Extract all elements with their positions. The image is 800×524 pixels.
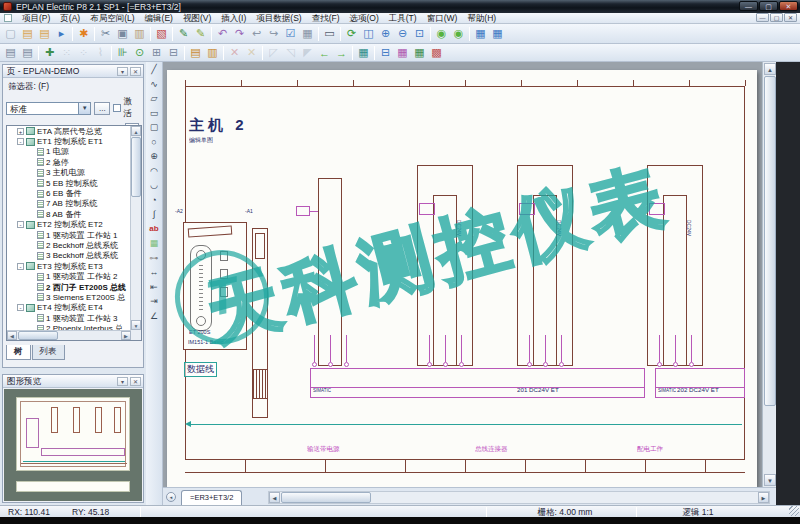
canvas-horizontal-scrollbar[interactable]: ◀ ▶ [268, 491, 770, 504]
tree-page-item[interactable]: 3 Siemens ET200S 总 [7, 292, 130, 302]
expander-icon[interactable]: - [17, 304, 24, 311]
resize-grip[interactable] [789, 506, 799, 516]
dimension-continued-icon[interactable]: ⇤ [146, 280, 162, 295]
filter-browse-button[interactable]: ... [94, 102, 110, 115]
paste-icon[interactable]: ▥ [131, 26, 148, 42]
menu-item-7[interactable]: 项目数据(S) [251, 13, 306, 24]
menu-item-8[interactable]: 查找(F) [307, 13, 345, 24]
bus-rail-202[interactable] [655, 368, 745, 398]
menu-item-5[interactable]: 视图(V) [178, 13, 216, 24]
tree-branch[interactable]: +ETA 高层代号总览 [7, 126, 130, 136]
jump-back-icon[interactable]: ↶ [214, 26, 231, 42]
zoom-window-icon[interactable]: ◫ [360, 26, 377, 42]
edit-icon[interactable]: ✎ [175, 26, 192, 42]
circle-center-icon[interactable]: ⊕ [146, 149, 162, 164]
spline-icon[interactable]: ∫ [146, 207, 162, 222]
close-button[interactable]: ✕ [779, 1, 798, 11]
arc-3point-icon[interactable]: ◡ [146, 178, 162, 193]
menu-item-4[interactable]: 编辑(E) [140, 13, 178, 24]
line-icon[interactable]: ╱ [146, 62, 162, 77]
select-objects-icon[interactable]: ▤ [2, 45, 19, 61]
import-icon[interactable]: ▸ [53, 26, 70, 42]
plug-icon[interactable]: ⊙ [131, 45, 148, 61]
filter-active-checkbox[interactable]: 激活 [113, 96, 140, 120]
page-previous-icon[interactable]: ◉ [433, 26, 450, 42]
expander-icon[interactable]: - [17, 263, 24, 270]
check-icon[interactable]: ☑ [282, 26, 299, 42]
structure-box-icon[interactable]: ⊞ [148, 45, 165, 61]
polygon-icon[interactable]: ▱ [146, 91, 162, 106]
insert-grid-icon[interactable]: ▦ [489, 26, 506, 42]
tree-branch[interactable]: -ET2 控制系统 ET2 [7, 220, 130, 230]
page-next-icon[interactable]: ◉ [450, 26, 467, 42]
tree-branch[interactable]: -ET1 控制系统 ET1 [7, 136, 130, 146]
tree-page-item[interactable]: 3 主机电源 [7, 168, 130, 178]
cable-icon[interactable]: ⁘ [75, 45, 92, 61]
undo-icon[interactable]: ↩ [248, 26, 265, 42]
cut-icon[interactable]: ✂ [97, 26, 114, 42]
plc-list-icon[interactable]: ▦ [411, 45, 428, 61]
panel-pin-icon[interactable]: ▾ [117, 67, 128, 76]
arc-icon[interactable]: ◠ [146, 164, 162, 179]
corner-left-icon[interactable]: ◸ [265, 45, 282, 61]
checkbox-icon[interactable] [113, 104, 121, 112]
insert-symbol-icon[interactable]: ✚ [41, 45, 58, 61]
arrow-left-icon[interactable]: ← [316, 45, 333, 61]
potential-icon[interactable]: ✕ [243, 45, 260, 61]
menu-item-3[interactable]: 布局空间(L) [85, 13, 139, 24]
tab-scroll-button[interactable]: ◂ [166, 492, 176, 502]
page-tab[interactable]: =ER3+ET3/2 [181, 490, 242, 505]
tree-page-item[interactable]: 7 AB 控制系统 [7, 199, 130, 209]
circle-icon[interactable]: ○ [146, 135, 162, 150]
preview-close-icon[interactable]: ✕ [130, 377, 141, 386]
navigator-icon[interactable]: ▦ [355, 45, 372, 61]
delete-icon[interactable]: ▧ [153, 26, 170, 42]
tree-page-item[interactable]: 1 驱动装置 工作站 2 [7, 271, 130, 281]
new-icon[interactable]: ▢ [2, 26, 19, 42]
panel-close-icon[interactable]: ✕ [130, 67, 141, 76]
tree-horizontal-scrollbar[interactable]: ◀ ▶ [7, 330, 131, 340]
refresh-icon[interactable]: ⟳ [343, 26, 360, 42]
menu-item-2[interactable]: 页(A) [55, 13, 85, 24]
menu-item-6[interactable]: 插入(I) [216, 13, 251, 24]
canvas-vertical-scrollbar[interactable]: ▲ ▼ [762, 62, 776, 487]
device-icon[interactable]: ⁙ [58, 45, 75, 61]
polyline-icon[interactable]: ∿ [146, 77, 162, 92]
edit-free-icon[interactable]: ✎ [192, 26, 209, 42]
tree-page-item[interactable]: 3 Beckhoff 总线系统 [7, 251, 130, 261]
preview-content[interactable] [4, 389, 142, 501]
rectangle-icon[interactable]: ▭ [146, 106, 162, 121]
zoom-fit-icon[interactable]: ⊡ [411, 26, 428, 42]
tree-page-item[interactable]: 2 Beckhoff 总线系统 [7, 240, 130, 250]
tree-page-item[interactable]: 8 AB 备件 [7, 209, 130, 219]
rounded-rectangle-icon[interactable]: ▢ [146, 120, 162, 135]
expander-icon[interactable]: + [17, 128, 24, 135]
redo-icon[interactable]: ↪ [265, 26, 282, 42]
arrow-right-icon[interactable]: → [333, 45, 350, 61]
mdi-close-button[interactable]: ✕ [784, 13, 797, 22]
bus-rail-201[interactable] [310, 368, 645, 398]
tree-page-item[interactable]: 1 电源 [7, 147, 130, 157]
dimension-icon[interactable]: ↔ [146, 265, 162, 280]
tree-vertical-scrollbar[interactable]: ▲ ▼ [130, 126, 141, 340]
zoom-in-icon[interactable]: ⊕ [377, 26, 394, 42]
open-icon[interactable]: ▤ [19, 26, 36, 42]
mdi-restore-button[interactable]: ▢ [770, 13, 783, 22]
schematic-page[interactable]: 主机 2 编辑单图 -A2 -A1 ET 200S IM151-1 Basic … [167, 70, 757, 487]
connection-list-icon[interactable]: ▩ [428, 45, 445, 61]
tree-page-item[interactable]: 2 急停 [7, 157, 130, 167]
tree-page-item[interactable]: 5 EB 控制系统 [7, 178, 130, 188]
numbering-icon[interactable]: ⊟ [377, 45, 394, 61]
copy-icon[interactable]: ▣ [114, 26, 131, 42]
tab-list[interactable]: 列表 [32, 345, 65, 360]
hyperlink-icon[interactable]: ⊶ [146, 251, 162, 266]
tree-branch[interactable]: -ET3 控制系统 ET3 [7, 261, 130, 271]
tree-page-item[interactable]: 1 驱动装置 工作站 1 [7, 230, 130, 240]
select-page-icon[interactable]: ▤ [19, 45, 36, 61]
shield-icon[interactable]: ⌇ [92, 45, 109, 61]
grid-view-icon[interactable]: ▦ [299, 26, 316, 42]
menu-item-9[interactable]: 选项(O) [345, 13, 384, 24]
corner-right-icon[interactable]: ◹ [282, 45, 299, 61]
image-icon[interactable]: ▦ [146, 236, 162, 251]
expander-icon[interactable]: - [17, 138, 24, 145]
